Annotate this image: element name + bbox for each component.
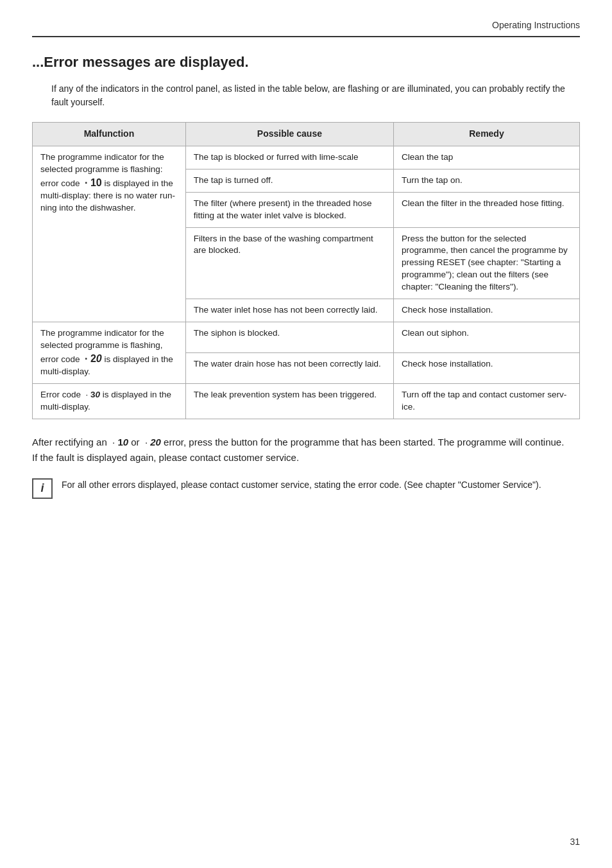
remedy-cell-2b: Check hose installation. (393, 352, 579, 383)
col-header-remedy: Remedy (393, 123, 579, 146)
remedy-text-1a: Clean the tap (402, 152, 453, 162)
cause-text-1d: Filters in the base of the washing compa… (194, 234, 373, 256)
cause-cell-2b: The water drain hose has not been correc… (185, 352, 393, 383)
remedy-cell-1e: Check hose installation. (393, 299, 579, 322)
malfunction-text-1: The programme indicator for the selected… (40, 152, 175, 213)
page-number: 31 (570, 836, 580, 849)
info-box: i For all other errors displayed, please… (32, 478, 580, 499)
info-icon: i (32, 478, 53, 499)
malfunction-text-2: The programme indicator for the selected… (40, 328, 173, 376)
cause-text-1a: The tap is blocked or furred with lime-s… (194, 152, 359, 162)
malfunction-cell-1: The programme indicator for the selected… (33, 146, 186, 322)
cause-cell-2a: The siphon is blocked. (185, 322, 393, 352)
remedy-text-3: Turn off the tap and contact customer se… (402, 390, 566, 412)
page: Operating Instructions ...Error messages… (0, 0, 612, 868)
col-header-malfunction: Malfunction (33, 123, 186, 146)
remedy-cell-1c: Clean the filter in the threaded hose fi… (393, 192, 579, 227)
cause-text-2a: The siphon is blocked. (194, 328, 280, 338)
malfunction-text-3: Error code · 30 is displayed in the mult… (40, 390, 171, 412)
cause-cell-1d: Filters in the base of the washing compa… (185, 227, 393, 299)
remedy-text-2a: Clean out siphon. (402, 328, 469, 338)
remedy-text-1e: Check hose installation. (402, 305, 493, 315)
remedy-text-2b: Check hose installation. (402, 359, 493, 369)
cause-text-3: The leak prevention system has been trig… (194, 390, 377, 399)
malfunction-cell-3: Error code · 30 is displayed in the mult… (33, 383, 186, 419)
cause-cell-3: The leak prevention system has been trig… (185, 383, 393, 419)
remedy-cell-2a: Clean out siphon. (393, 322, 579, 352)
col-header-cause: Possible cause (185, 123, 393, 146)
cause-cell-1a: The tap is blocked or furred with lime-s… (185, 146, 393, 169)
remedy-cell-3: Turn off the tap and contact customer se… (393, 383, 579, 419)
remedy-cell-1b: Turn the tap on. (393, 169, 579, 192)
header: Operating Instructions (32, 19, 580, 37)
after-table-text: After rectifying an · 10 or · 20 error, … (32, 435, 580, 465)
table-row: The programme indicator for the selected… (33, 322, 580, 352)
malfunction-cell-2: The programme indicator for the selected… (33, 322, 186, 383)
header-title: Operating Instructions (492, 19, 580, 32)
remedy-text-1c: Clean the filter in the threaded hose fi… (402, 198, 565, 208)
cause-text-1e: The water inlet hose has not been correc… (194, 305, 378, 315)
cause-text-1c: The filter (where present) in the thread… (194, 198, 372, 220)
remedy-cell-1d: Press the button for the selected progra… (393, 227, 579, 299)
cause-text-1b: The tap is turned off. (194, 175, 273, 185)
table-row: Error code · 30 is displayed in the mult… (33, 383, 580, 419)
cause-cell-1c: The filter (where present) in the thread… (185, 192, 393, 227)
cause-cell-1e: The water inlet hose has not been correc… (185, 299, 393, 322)
intro-text: If any of the indicators in the control … (51, 82, 580, 109)
remedy-text-1d: Press the button for the selected progra… (402, 234, 568, 292)
remedy-cell-1a: Clean the tap (393, 146, 579, 169)
info-icon-letter: i (40, 480, 44, 496)
section-title: ...Error messages are displayed. (32, 53, 580, 73)
remedy-text-1b: Turn the tap on. (402, 175, 463, 185)
cause-text-2b: The water drain hose has not been correc… (194, 359, 381, 369)
cause-cell-1b: The tap is turned off. (185, 169, 393, 192)
table-row: The programme indicator for the selected… (33, 146, 580, 169)
error-table: Malfunction Possible cause Remedy The pr… (32, 122, 580, 419)
info-text: For all other errors displayed, please c… (62, 478, 541, 492)
